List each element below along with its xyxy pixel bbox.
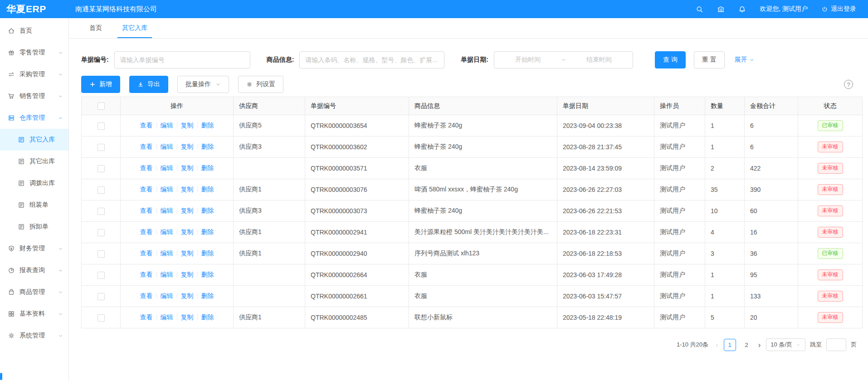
row-action-edit[interactable]: 编辑 — [161, 228, 173, 235]
sidebar-item-finance[interactable]: 财务管理 — [0, 238, 68, 259]
logout-button[interactable]: 退出登录 — [821, 5, 856, 13]
row-action-copy[interactable]: 复制 — [181, 143, 194, 150]
row-action-edit[interactable]: 编辑 — [161, 143, 173, 150]
row-action-view[interactable]: 查看 — [140, 228, 153, 235]
row-action-delete[interactable]: 删除 — [201, 143, 214, 150]
row-action-copy[interactable]: 复制 — [181, 186, 194, 193]
row-checkbox[interactable] — [98, 122, 105, 130]
sidebar-item-goods[interactable]: 商品管理 — [0, 281, 68, 303]
row-checkbox[interactable] — [98, 144, 105, 151]
cell-supplier: 供应商1 — [234, 222, 305, 243]
row-action-view[interactable]: 查看 — [140, 292, 153, 299]
row-action-copy[interactable]: 复制 — [181, 292, 194, 299]
row-action-edit[interactable]: 编辑 — [161, 271, 173, 278]
row-action-view[interactable]: 查看 — [140, 186, 153, 193]
row-action-edit[interactable]: 编辑 — [161, 313, 173, 321]
row-checkbox[interactable] — [98, 250, 105, 258]
sidebar-item-other-out[interactable]: 其它出库 — [0, 151, 68, 172]
jump-page-input[interactable] — [826, 338, 846, 351]
tab-home[interactable]: 首页 — [89, 18, 102, 38]
sidebar-item-basic[interactable]: 基本资料 — [0, 303, 68, 325]
help-icon[interactable]: ? — [844, 80, 853, 89]
page-size-select[interactable]: 10 条/页 — [766, 338, 805, 351]
row-action-edit[interactable]: 编辑 — [161, 122, 173, 129]
row-action-edit[interactable]: 编辑 — [161, 186, 173, 193]
bill-no-input[interactable] — [114, 51, 250, 68]
row-action-copy[interactable]: 复制 — [181, 228, 194, 235]
row-action-view[interactable]: 查看 — [140, 207, 153, 214]
row-action-edit[interactable]: 编辑 — [161, 249, 173, 257]
row-checkbox[interactable] — [98, 165, 105, 172]
select-all-checkbox[interactable] — [98, 103, 105, 110]
row-action-view[interactable]: 查看 — [140, 164, 153, 171]
column-settings-button[interactable]: 列设置 — [238, 76, 283, 93]
row-action-delete[interactable]: 删除 — [201, 271, 214, 278]
sidebar-item-retail[interactable]: 零售管理 — [0, 42, 68, 64]
row-action-copy[interactable]: 复制 — [181, 271, 194, 278]
sidebar-item-label: 拆卸单 — [29, 223, 63, 231]
row-checkbox[interactable] — [98, 208, 105, 215]
sidebar-item-home[interactable]: 首页 — [0, 20, 68, 42]
row-action-delete[interactable]: 删除 — [201, 186, 214, 193]
batch-actions-button[interactable]: 批量操作 — [177, 76, 229, 93]
tab-other-inbound[interactable]: 其它入库 — [122, 18, 147, 38]
expand-link[interactable]: 展开 — [735, 56, 755, 64]
row-action-delete[interactable]: 删除 — [201, 292, 214, 299]
table-row: 查看编辑复制删除供应商3QTRK00000003602蜂蜜柚子茶 240g202… — [82, 137, 863, 158]
sidebar-item-assembly[interactable]: 组装单 — [0, 194, 68, 216]
row-checkbox[interactable] — [98, 293, 105, 300]
row-action-view[interactable]: 查看 — [140, 143, 153, 150]
download-icon — [137, 81, 144, 88]
row-action-edit[interactable]: 编辑 — [161, 164, 173, 171]
export-button[interactable]: 导出 — [129, 76, 168, 93]
row-action-view[interactable]: 查看 — [140, 271, 153, 278]
sidebar-item-system[interactable]: 系统管理 — [0, 325, 68, 347]
reset-button[interactable]: 重 置 — [694, 51, 725, 68]
sidebar-item-warehouse[interactable]: 仓库管理 — [0, 107, 68, 129]
row-action-delete[interactable]: 删除 — [201, 164, 214, 171]
sidebar-item-disassembly[interactable]: 拆卸单 — [0, 216, 68, 238]
chevron-down-icon — [58, 246, 63, 251]
row-action-delete[interactable]: 删除 — [201, 122, 214, 129]
sidebar-item-other-in[interactable]: 其它入库 — [0, 129, 68, 151]
bell-icon[interactable] — [738, 5, 746, 13]
row-action-delete[interactable]: 删除 — [201, 249, 214, 257]
row-checkbox[interactable] — [98, 314, 105, 322]
bank-icon[interactable] — [717, 5, 725, 13]
prev-page-button[interactable]: ‹ — [715, 341, 719, 349]
date-range-picker[interactable]: 开始时间 ~ 结束时间 — [494, 51, 633, 68]
row-action-view[interactable]: 查看 — [140, 122, 153, 129]
search-button[interactable]: 查 询 — [655, 51, 686, 68]
product-info-input[interactable] — [299, 51, 444, 68]
add-button[interactable]: 新增 — [81, 76, 120, 93]
sidebar-item-report[interactable]: 报表查询 — [0, 259, 68, 281]
search-icon[interactable] — [696, 5, 703, 13]
row-action-copy[interactable]: 复制 — [181, 207, 194, 214]
row-action-view[interactable]: 查看 — [140, 313, 153, 321]
date-end-input[interactable]: 结束时间 — [566, 56, 633, 64]
sidebar-item-transfer-out[interactable]: 调拨出库 — [0, 172, 68, 194]
page-button-2[interactable]: 2 — [741, 339, 753, 351]
cell-amount: 6 — [745, 137, 798, 158]
sidebar-item-purchase[interactable]: 采购管理 — [0, 64, 68, 85]
status-badge: 未审核 — [818, 291, 843, 302]
cell-supplier: 供应商1 — [234, 243, 305, 264]
row-checkbox[interactable] — [98, 229, 105, 236]
sidebar-item-sales[interactable]: 销售管理 — [0, 85, 68, 107]
row-action-delete[interactable]: 删除 — [201, 228, 214, 235]
row-action-copy[interactable]: 复制 — [181, 313, 194, 321]
page-button-1[interactable]: 1 — [724, 339, 736, 351]
row-action-copy[interactable]: 复制 — [181, 164, 194, 171]
date-start-input[interactable]: 开始时间 — [494, 56, 561, 64]
next-page-button[interactable]: › — [757, 341, 762, 349]
sidebar-scrollbar-thumb[interactable] — [0, 373, 2, 380]
row-action-view[interactable]: 查看 — [140, 249, 153, 257]
row-checkbox[interactable] — [98, 186, 105, 194]
row-action-edit[interactable]: 编辑 — [161, 292, 173, 299]
row-checkbox[interactable] — [98, 272, 105, 279]
row-action-delete[interactable]: 删除 — [201, 207, 214, 214]
row-action-copy[interactable]: 复制 — [181, 122, 194, 129]
row-action-edit[interactable]: 编辑 — [161, 207, 173, 214]
row-action-delete[interactable]: 删除 — [201, 313, 214, 321]
row-action-copy[interactable]: 复制 — [181, 249, 194, 257]
